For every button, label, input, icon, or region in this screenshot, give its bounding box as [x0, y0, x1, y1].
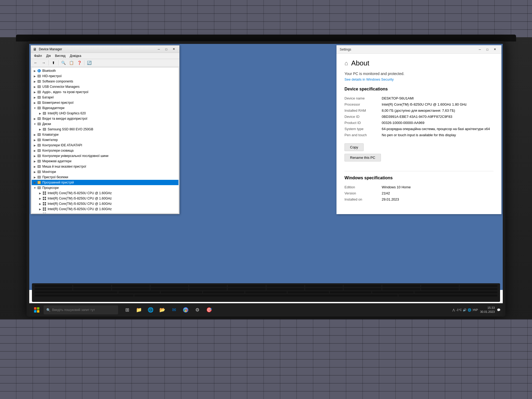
tree-node-icon	[37, 106, 41, 110]
tree-node[interactable]: ▶Аудіо-, відео- та ігрові пристрої	[32, 89, 178, 95]
temperature-display: -1°C	[456, 308, 462, 311]
file-explorer-button[interactable]: 📁	[134, 305, 144, 315]
tree-node[interactable]: ▶Біометричні пристрої	[32, 100, 178, 105]
rename-pc-button[interactable]: Rename this PC	[344, 154, 381, 161]
svg-rect-27	[38, 139, 40, 141]
tree-node-label: Процесори	[42, 186, 59, 190]
tree-node[interactable]: ▶Програмний пристрій	[32, 180, 178, 185]
tree-node[interactable]: ▶Монітори	[32, 169, 178, 174]
windows-icon	[34, 307, 39, 313]
time-display: 15:33	[480, 306, 495, 310]
tree-node[interactable]: ▶Комп'ютер	[32, 137, 178, 143]
security-link[interactable]: See details in Windows Security	[344, 77, 493, 81]
edge-button[interactable]: 🌐	[146, 305, 155, 315]
tree-node[interactable]: ▼Процесори	[32, 185, 178, 190]
tree-node-label: Intel(R) UHD Graphics 620	[48, 111, 86, 115]
svg-rect-43	[38, 181, 40, 184]
taskbar-search-input[interactable]	[52, 308, 115, 312]
explorer-button2[interactable]: 📂	[157, 305, 167, 315]
tb-refresh-button[interactable]: 🔄	[85, 60, 93, 66]
tree-node[interactable]: ▶HID-пристрої	[32, 73, 178, 79]
tb-help-button[interactable]: ❓	[76, 60, 83, 66]
tree-node[interactable]: ▶Клавіатури	[32, 132, 178, 137]
tb-forward-button[interactable]: →	[40, 60, 47, 66]
tree-node[interactable]: ▶Вхідні та вихідні аудіопристрої	[32, 116, 178, 121]
tree-node[interactable]: ▶Intel(R) Core(TM) i5-8250U CPU @ 1.60GH…	[32, 201, 178, 206]
tree-node[interactable]: ▶Intel(R) Core(TM) i5-8250U CPU @ 1.60GH…	[32, 196, 178, 201]
tree-node-label: Миша й інші вказівні пристрої	[42, 165, 86, 168]
dm-menu-view[interactable]: Вигляд	[53, 53, 68, 58]
copy-button[interactable]: Copy	[344, 143, 364, 151]
tb-back-button[interactable]: ←	[32, 60, 39, 66]
tree-node-icon: B	[37, 69, 41, 73]
settings-close-button[interactable]: ✕	[491, 47, 498, 52]
dm-toolbar: ← → ⬆ 🔍 📋 ❓ 🔄	[31, 59, 179, 67]
tree-node[interactable]: ▶Intel(R) Core(TM) i5-8250U CPU @ 1.60GH…	[32, 190, 178, 196]
tb-up-button[interactable]: ⬆	[50, 60, 57, 66]
tree-node[interactable]: ▶Intel(R) Core(TM) i5-8250U CPU @ 1.60GH…	[32, 206, 178, 212]
spec-label: Installed RAM	[344, 107, 382, 114]
tb-properties-button[interactable]: 📋	[68, 60, 75, 66]
tree-node[interactable]: ▼Відеоадаптери	[32, 105, 178, 111]
tree-node[interactable]: ▶Intel(R) UHD Graphics 620	[32, 111, 178, 116]
dm-close-button[interactable]: ✕	[170, 47, 177, 52]
tb-sep1	[48, 60, 49, 65]
tree-node[interactable]: ▶Батареї	[32, 95, 178, 100]
tree-expand-icon: ▶	[38, 127, 42, 131]
win-spec-label: Version	[344, 190, 382, 196]
tree-node-icon	[37, 159, 41, 163]
tree-node-label: Intel(R) Core(TM) i5-8250U CPU @ 1.60GHz	[48, 191, 112, 195]
tree-node[interactable]: ▶Пристрої безпеки	[32, 174, 178, 180]
chrome-button[interactable]	[181, 305, 190, 315]
tree-node-label: Батареї	[42, 95, 54, 99]
tree-node[interactable]: ▶Software components	[32, 79, 178, 84]
tree-node[interactable]: ▶Intel(R) Core(TM) i5-8250U CPU @ 1.60GH…	[32, 212, 178, 213]
extra-button[interactable]: 🎯	[204, 305, 214, 315]
tree-node-icon	[42, 191, 47, 195]
tree-node-label: Пристрої безпеки	[42, 175, 68, 179]
notification-button[interactable]: 💬	[497, 308, 501, 312]
spec-value: 64-розрядна операційна система, процесор…	[382, 126, 493, 132]
spec-label: System type	[344, 126, 382, 132]
dm-menu-help[interactable]: Довідка	[68, 53, 83, 58]
dm-menu-action[interactable]: Дія	[44, 53, 53, 58]
svg-rect-60	[43, 209, 44, 211]
win-spec-label: Installed on	[344, 196, 382, 202]
dm-menu-file[interactable]: Файл	[32, 53, 44, 58]
tree-node-label: Біометричні пристрої	[42, 101, 74, 105]
taskbar-search-box[interactable]: 🔍	[44, 305, 118, 314]
svg-rect-31	[38, 150, 40, 151]
tree-node[interactable]: ▶Миша й інші вказівні пристрої	[32, 164, 178, 169]
svg-rect-56	[43, 204, 44, 205]
spec-label: Processor	[344, 101, 382, 107]
tree-node[interactable]: ▶Samsung SSD 860 EVO 250GB	[32, 127, 178, 132]
tree-node[interactable]: ▼Диски	[32, 121, 178, 127]
dm-minimize-button[interactable]: ─	[155, 47, 162, 52]
tree-node[interactable]: ▶Контролери універсальної послідовної ши…	[32, 153, 178, 159]
start-button[interactable]	[31, 305, 42, 315]
settings-minimize-button[interactable]: ─	[476, 47, 483, 52]
mail-button[interactable]: ✉	[169, 305, 179, 315]
tree-node-label: Intel(R) Core(TM) i5-8250U CPU @ 1.60GHz	[48, 202, 112, 206]
settings-maximize-button[interactable]: □	[484, 47, 491, 52]
svg-rect-52	[43, 199, 44, 200]
dm-title-text: Device Manager	[39, 47, 155, 51]
tree-node-label: Intel(R) Core(TM) i5-8250U CPU @ 1.60GHz	[48, 213, 112, 213]
task-view-button[interactable]: ⊞	[122, 305, 132, 315]
settings-button[interactable]: ⚙	[193, 305, 202, 315]
tray-arrow[interactable]: ⋀	[452, 308, 455, 312]
win-spec-table: EditionWindows 10 HomeVersion21H2Install…	[344, 184, 493, 202]
tb-search-button[interactable]: 🔍	[60, 60, 67, 66]
tree-node[interactable]: ▶USB Connector Managers	[32, 84, 178, 89]
tree-node[interactable]: ▶Мережеві адаптери	[32, 159, 178, 164]
tree-node-icon	[42, 212, 47, 213]
svg-rect-29	[38, 144, 40, 146]
device-tree[interactable]: ▶BBluetooth▶HID-пристрої▶Software compon…	[31, 67, 179, 213]
settings-titlebar: Settings ─ □ ✕	[336, 45, 501, 54]
dm-maximize-button[interactable]: □	[163, 47, 170, 52]
about-title: About	[351, 59, 369, 67]
tree-expand-icon: ▶	[33, 69, 37, 73]
tree-node[interactable]: ▶Контролери сховища	[32, 148, 178, 153]
tree-node[interactable]: ▶BBluetooth	[32, 68, 178, 73]
tree-node[interactable]: ▶Контролери IDE ATA/ATAPI	[32, 143, 178, 148]
